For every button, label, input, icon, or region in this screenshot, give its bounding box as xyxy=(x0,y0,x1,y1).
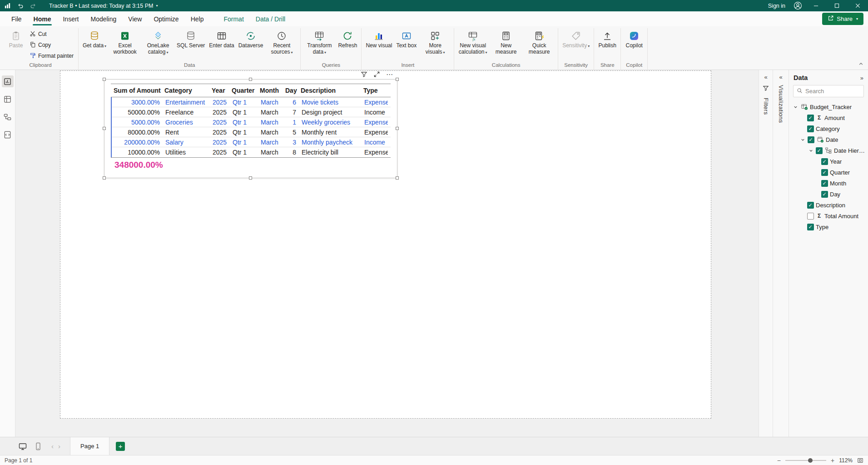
format-painter-button[interactable]: Format painter xyxy=(28,52,75,60)
field-row-month[interactable]: Month xyxy=(789,178,868,189)
tab-data-drill[interactable]: Data / Drill xyxy=(250,11,291,26)
field-row-date-hierarchy[interactable]: Date Hierarc... xyxy=(789,145,868,156)
field-row-quarter[interactable]: Quarter xyxy=(789,167,868,178)
field-row-day[interactable]: Day xyxy=(789,189,868,200)
expand-filters-icon[interactable]: « xyxy=(764,74,767,80)
zoom-slider[interactable] xyxy=(785,460,826,461)
next-page-icon[interactable]: › xyxy=(56,442,63,450)
column-header[interactable]: Day xyxy=(283,87,298,94)
resize-handle[interactable] xyxy=(103,78,106,81)
cell[interactable]: Design project xyxy=(299,109,362,116)
excel-workbook-button[interactable]: Excel workbook xyxy=(109,28,141,62)
field-checkbox[interactable] xyxy=(821,169,828,176)
table-node-budget-tracker[interactable]: Budget_Tracker xyxy=(789,101,868,112)
quick-measure-button[interactable]: Quick measure xyxy=(523,28,556,62)
field-checkbox[interactable] xyxy=(816,147,823,154)
cell[interactable]: 2025 xyxy=(210,119,230,126)
minimize-button[interactable] xyxy=(805,0,826,11)
cell[interactable]: Salary xyxy=(163,139,210,146)
new-measure-button[interactable]: New measure xyxy=(490,28,522,62)
cell[interactable]: Qtr 1 xyxy=(230,149,258,156)
zoom-level[interactable]: 112% xyxy=(839,457,853,464)
column-header[interactable]: Sum of Amount xyxy=(111,87,162,94)
model-view-icon[interactable] xyxy=(2,111,14,123)
table-visual[interactable]: Sum of Amount Category Year Quarter Mont… xyxy=(104,79,397,178)
table-row[interactable]: 3000.00% Entertainment 2025 Qtr 1 March … xyxy=(112,97,391,107)
column-header[interactable]: Year xyxy=(209,87,229,94)
title-dropdown-icon[interactable]: ▾ xyxy=(156,4,158,8)
recent-sources-button[interactable]: Recent sources▾ xyxy=(265,28,298,62)
get-data-button[interactable]: Get data▾ xyxy=(81,28,108,62)
visualizations-pane-collapsed[interactable]: « Visualizations xyxy=(773,70,789,437)
publish-button[interactable]: Publish xyxy=(596,28,618,62)
cell[interactable]: Utilities xyxy=(163,149,210,156)
cell[interactable]: Entertainment xyxy=(163,99,210,106)
cell[interactable]: Rent xyxy=(163,129,210,136)
collapse-chevron-icon[interactable] xyxy=(793,105,799,109)
resize-handle[interactable] xyxy=(103,127,106,130)
tab-optimize[interactable]: Optimize xyxy=(148,11,184,26)
tab-file[interactable]: File xyxy=(5,11,28,26)
cell[interactable]: Electricity bill xyxy=(299,149,362,156)
cell[interactable]: Expense xyxy=(362,149,388,156)
copilot-button[interactable]: Copilot xyxy=(623,28,645,62)
zoom-out-icon[interactable]: − xyxy=(777,457,781,464)
mobile-view-icon[interactable] xyxy=(34,442,43,451)
visual-filter-icon[interactable] xyxy=(361,71,367,78)
field-row-amount[interactable]: Σ Amount xyxy=(789,112,868,123)
field-checkbox[interactable] xyxy=(807,224,814,230)
resize-handle[interactable] xyxy=(103,176,106,180)
cell[interactable]: Income xyxy=(362,139,388,146)
table-row[interactable]: 5000.00% Groceries 2025 Qtr 1 March 1 We… xyxy=(112,117,391,127)
table-row[interactable]: 80000.00% Rent 2025 Qtr 1 March 5 Monthl… xyxy=(112,127,391,137)
collapse-chevron-icon[interactable] xyxy=(808,149,814,153)
field-row-type[interactable]: Type xyxy=(789,221,868,232)
field-row-category[interactable]: Category xyxy=(789,123,868,134)
cut-button[interactable]: Cut xyxy=(28,30,75,39)
cell[interactable]: Weekly groceries xyxy=(299,119,362,126)
collapse-data-pane-icon[interactable]: » xyxy=(860,75,863,81)
redo-button[interactable] xyxy=(30,3,36,9)
resize-handle[interactable] xyxy=(396,78,399,81)
cell[interactable]: 8 xyxy=(283,149,299,156)
resize-handle[interactable] xyxy=(249,176,252,180)
cell[interactable]: March xyxy=(258,119,283,126)
column-header[interactable]: Quarter xyxy=(229,87,257,94)
cell[interactable]: Expense xyxy=(362,99,388,106)
tab-modeling[interactable]: Modeling xyxy=(84,11,122,26)
tab-view[interactable]: View xyxy=(122,11,148,26)
total-value[interactable]: 348000.00% xyxy=(112,160,163,170)
cell[interactable]: Qtr 1 xyxy=(230,99,258,106)
cell[interactable]: Qtr 1 xyxy=(230,139,258,146)
column-header[interactable]: Category xyxy=(162,87,209,94)
close-button[interactable] xyxy=(847,0,868,11)
cell[interactable]: Income xyxy=(362,109,388,116)
tab-insert[interactable]: Insert xyxy=(57,11,84,26)
field-checkbox[interactable] xyxy=(821,191,828,198)
document-title[interactable]: Tracker B • Last saved: Today at 3:15 PM… xyxy=(49,3,158,9)
cell[interactable]: March xyxy=(258,139,283,146)
resize-handle[interactable] xyxy=(396,176,399,180)
cell[interactable]: 2025 xyxy=(210,129,230,136)
collapse-chevron-icon[interactable] xyxy=(800,138,806,142)
collapse-ribbon-icon[interactable] xyxy=(858,61,863,68)
cell[interactable]: 2025 xyxy=(210,99,230,106)
cell[interactable]: 2025 xyxy=(210,139,230,146)
cell[interactable]: 6 xyxy=(283,99,299,106)
field-row-description[interactable]: Description xyxy=(789,200,868,210)
cell[interactable]: Monthly paycheck xyxy=(299,139,362,146)
field-checkbox[interactable] xyxy=(821,158,828,165)
undo-button[interactable] xyxy=(17,3,24,9)
cell[interactable]: 7 xyxy=(283,109,299,116)
sql-server-button[interactable]: SQL Server xyxy=(175,28,207,62)
tab-format[interactable]: Format xyxy=(218,11,249,26)
filters-pane-collapsed[interactable]: « Filters xyxy=(759,70,773,437)
cell[interactable]: 5 xyxy=(283,129,299,136)
table-row[interactable]: 200000.00% Salary 2025 Qtr 1 March 3 Mon… xyxy=(112,137,391,147)
tab-home[interactable]: Home xyxy=(28,11,57,26)
field-row-total-amount[interactable]: Σ Total Amount xyxy=(789,210,868,221)
cell[interactable]: 80000.00% xyxy=(112,129,163,136)
text-box-button[interactable]: Text box xyxy=(394,28,418,62)
new-visual-calculation-button[interactable]: fx New visual calculation▾ xyxy=(456,28,489,62)
expand-visualizations-icon[interactable]: « xyxy=(779,74,782,80)
